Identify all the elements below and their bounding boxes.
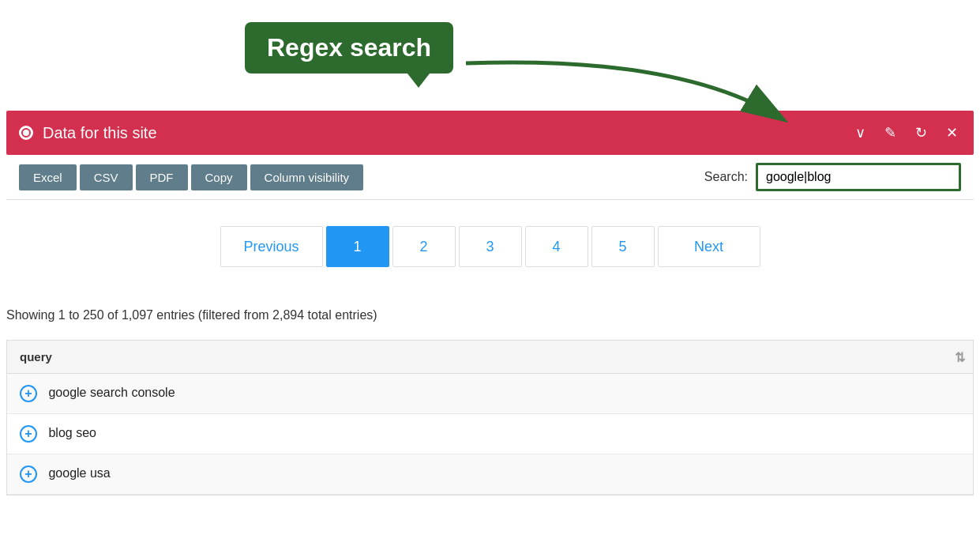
query-cell: + blog seo: [7, 414, 973, 454]
collapse-button[interactable]: ∨: [852, 121, 869, 145]
pdf-button[interactable]: PDF: [136, 164, 188, 190]
toolbar-buttons: Excel CSV PDF Copy Column visibility: [19, 164, 363, 190]
sort-icon: ⇅: [955, 349, 965, 364]
table-row: + google search console: [7, 374, 973, 414]
toolbar: Excel CSV PDF Copy Column visibility Sea…: [6, 155, 974, 200]
expand-icon[interactable]: +: [20, 385, 37, 402]
next-button[interactable]: Next: [658, 226, 760, 267]
search-input[interactable]: [756, 163, 961, 191]
query-column-header[interactable]: query ⇅: [7, 341, 973, 374]
query-cell: + google usa: [7, 454, 973, 495]
data-table: query ⇅ + google search console + blog s…: [6, 340, 974, 496]
page-5-button[interactable]: 5: [591, 226, 655, 267]
page-3-button[interactable]: 3: [459, 226, 522, 267]
search-area: Search:: [704, 163, 961, 191]
pagination: Previous 1 2 3 4 5 Next: [6, 213, 974, 280]
csv-button[interactable]: CSV: [80, 164, 133, 190]
refresh-button[interactable]: ↻: [912, 121, 930, 145]
search-label: Search:: [704, 170, 748, 184]
query-cell: + google search console: [7, 374, 973, 414]
expand-icon[interactable]: +: [20, 465, 37, 483]
column-visibility-button[interactable]: Column visibility: [250, 164, 364, 190]
header-icon: [19, 126, 33, 140]
page-1-button[interactable]: 1: [326, 226, 389, 267]
table-row: + google usa: [7, 454, 973, 495]
excel-button[interactable]: Excel: [19, 164, 77, 190]
page-4-button[interactable]: 4: [525, 226, 588, 267]
expand-icon[interactable]: +: [20, 425, 37, 443]
header-bar: Data for this site ∨ ✎ ↻ ✕: [6, 111, 974, 155]
header-title: Data for this site: [43, 124, 852, 142]
copy-button[interactable]: Copy: [191, 164, 247, 190]
close-button[interactable]: ✕: [943, 121, 961, 145]
entries-info: Showing 1 to 250 of 1,097 entries (filte…: [6, 308, 377, 322]
previous-button[interactable]: Previous: [220, 226, 323, 267]
page-2-button[interactable]: 2: [392, 226, 456, 267]
table-row: + blog seo: [7, 414, 973, 454]
settings-button[interactable]: ✎: [881, 121, 899, 145]
header-controls: ∨ ✎ ↻ ✕: [852, 121, 961, 145]
regex-search-tooltip: Regex search: [245, 22, 453, 73]
